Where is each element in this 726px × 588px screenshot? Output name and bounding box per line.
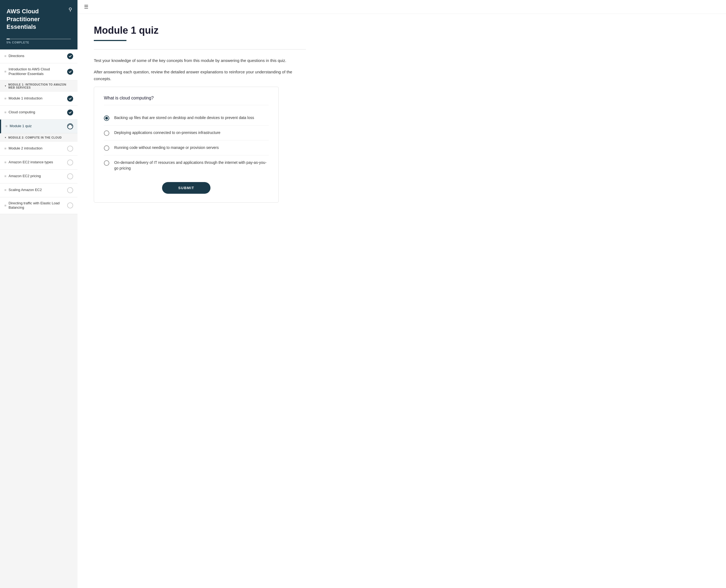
content-divider <box>94 49 306 49</box>
hamburger-menu-icon[interactable]: ☰ <box>84 4 88 10</box>
radio-button-1[interactable] <box>104 115 109 121</box>
list-icon: ≡ <box>4 174 6 178</box>
sidebar-item-label: Amazon EC2 instance types <box>9 160 67 165</box>
option-text-4: On-demand delivery of IT resources and a… <box>114 160 269 171</box>
radio-button-4[interactable] <box>104 160 109 166</box>
radio-button-3[interactable] <box>104 145 109 151</box>
sidebar-nav: ≡ Directions ≡ Introduction to AWS Cloud… <box>0 49 78 588</box>
empty-check <box>67 146 73 152</box>
option-text-1: Backing up files that are stored on desk… <box>114 115 254 121</box>
sidebar-item-label: Introduction to AWS Cloud Practitioner E… <box>9 67 67 76</box>
submit-button[interactable]: SUBMIT <box>162 182 211 194</box>
in-progress-indicator <box>67 123 73 129</box>
empty-check <box>67 173 73 179</box>
option-text-3: Running code without needing to manage o… <box>114 145 219 150</box>
radio-inner-fill <box>105 117 108 120</box>
progress-bar-bg <box>6 39 71 39</box>
empty-check <box>67 203 73 208</box>
topbar: ☰ <box>78 0 726 14</box>
list-icon: ≡ <box>4 54 6 58</box>
intro-paragraph-1: Test your knowledge of some of the key c… <box>94 57 306 64</box>
quiz-option-3[interactable]: Running code without needing to manage o… <box>104 141 269 155</box>
progress-bar-fill <box>6 39 10 39</box>
section-header-module1[interactable]: ▼ MODULE 1: INTRODUCTION TO AMAZON WEB S… <box>0 80 78 92</box>
progress-label: 5% Complete <box>6 41 71 44</box>
sidebar: ⚲ AWS Cloud Practitioner Essentials 5% C… <box>0 0 78 588</box>
title-underline <box>94 40 126 41</box>
complete-check <box>67 109 73 115</box>
sidebar-item-label: Amazon EC2 pricing <box>9 174 67 178</box>
page-title: Module 1 quiz <box>94 25 306 36</box>
sidebar-item-label: Directing traffic with Elastic Load Bala… <box>9 201 67 210</box>
quiz-option-2[interactable]: Deploying applications connected to on-p… <box>104 126 269 141</box>
quiz-option-1[interactable]: Backing up files that are stored on desk… <box>104 111 269 126</box>
page-content: Module 1 quiz Test your knowledge of som… <box>78 14 322 214</box>
quiz-card: What is cloud computing? Backing up file… <box>94 87 279 203</box>
chevron-down-icon: ▼ <box>4 85 6 87</box>
sidebar-item-label: Module 2 introduction <box>9 146 67 151</box>
list-icon: ≡ <box>4 188 6 192</box>
sidebar-item-label: Module 1 introduction <box>9 96 67 101</box>
complete-check <box>67 53 73 59</box>
sidebar-title: AWS Cloud Practitioner Essentials <box>6 7 71 31</box>
intro-paragraph-2: After answering each question, review th… <box>94 68 306 82</box>
list-icon: ≡ <box>4 160 6 164</box>
main-content-area: ☰ Module 1 quiz Test your knowledge of s… <box>78 0 726 588</box>
complete-check <box>67 69 73 75</box>
progress-half-circle <box>67 123 74 129</box>
quiz-question: What is cloud computing? <box>104 96 269 105</box>
list-icon: ≡ <box>4 69 6 74</box>
chevron-down-icon: ▼ <box>4 136 6 139</box>
sidebar-item-module1-quiz[interactable]: ≡ Module 1 quiz <box>0 120 78 133</box>
sidebar-item-directions[interactable]: ≡ Directions <box>0 49 78 63</box>
list-icon: ≡ <box>4 146 6 150</box>
sidebar-header: ⚲ AWS Cloud Practitioner Essentials 5% C… <box>0 0 78 49</box>
sidebar-item-label: Cloud computing <box>9 110 67 115</box>
list-icon: ≡ <box>4 110 6 114</box>
radio-button-2[interactable] <box>104 130 109 136</box>
sidebar-item-ec2-pricing[interactable]: ≡ Amazon EC2 pricing <box>0 170 78 183</box>
list-icon: ≡ <box>4 97 6 101</box>
section-header-module2[interactable]: ▼ MODULE 2: COMPUTE IN THE CLOUD <box>0 133 78 142</box>
complete-check <box>67 96 73 102</box>
list-icon: ≡ <box>4 204 6 208</box>
sidebar-item-module2-intro[interactable]: ≡ Module 2 introduction <box>0 142 78 156</box>
section-header-label: MODULE 1: INTRODUCTION TO AMAZON WEB SER… <box>8 83 73 89</box>
sidebar-item-label: Scaling Amazon EC2 <box>9 188 67 192</box>
list-icon: ≡ <box>5 124 7 128</box>
sidebar-item-elb[interactable]: ≡ Directing traffic with Elastic Load Ba… <box>0 197 78 214</box>
sidebar-item-module1-intro[interactable]: ≡ Module 1 introduction <box>0 92 78 106</box>
sidebar-item-label: Directions <box>9 54 67 58</box>
section-header-label: MODULE 2: COMPUTE IN THE CLOUD <box>8 136 62 139</box>
empty-check <box>67 187 73 193</box>
option-text-2: Deploying applications connected to on-p… <box>114 130 221 135</box>
sidebar-item-intro-aws[interactable]: ≡ Introduction to AWS Cloud Practitioner… <box>0 63 78 80</box>
empty-check <box>67 160 73 166</box>
search-icon[interactable]: ⚲ <box>68 6 72 13</box>
sidebar-item-ec2-types[interactable]: ≡ Amazon EC2 instance types <box>0 156 78 170</box>
quiz-option-4[interactable]: On-demand delivery of IT resources and a… <box>104 155 269 175</box>
sidebar-item-label: Module 1 quiz <box>10 124 67 128</box>
sidebar-item-scaling-ec2[interactable]: ≡ Scaling Amazon EC2 <box>0 183 78 197</box>
sidebar-item-cloud-computing[interactable]: ≡ Cloud computing <box>0 106 78 120</box>
